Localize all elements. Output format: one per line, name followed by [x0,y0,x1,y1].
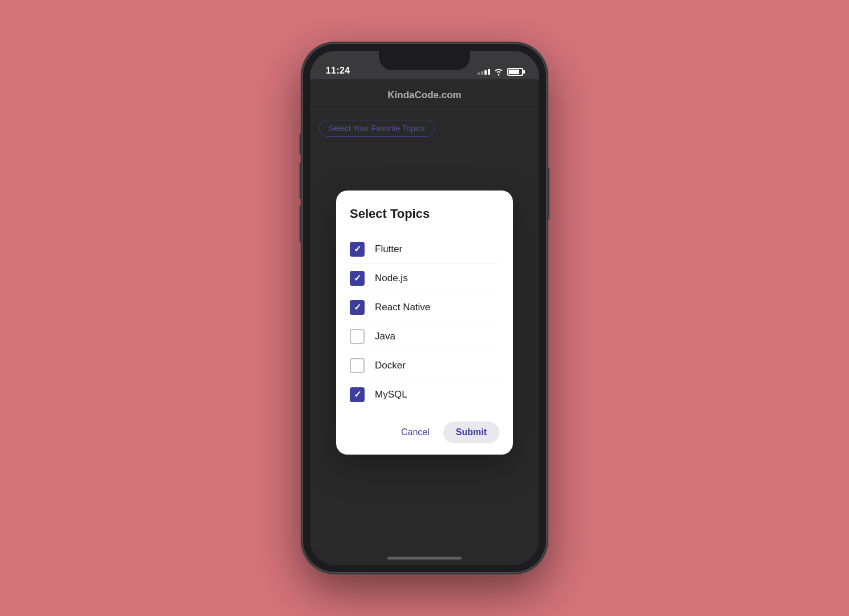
list-item[interactable]: ✓ React Native [350,293,499,322]
check-icon: ✓ [354,274,361,283]
checkbox-nodejs[interactable]: ✓ [350,271,365,286]
checkbox-java[interactable] [350,329,365,344]
modal-overlay: Select Topics ✓ Flutter [310,79,539,565]
app-content: KindaCode.com Select Your Favorite Topic… [310,79,539,565]
modal-title: Select Topics [350,206,499,221]
topic-label-docker: Docker [375,360,406,371]
phone-device: 11:24 KindaCode.com [302,43,547,573]
list-item[interactable]: ✓ Node.js [350,264,499,293]
topic-label-mysql: MySQL [375,389,407,400]
list-item[interactable]: Docker [350,351,499,380]
wifi-icon [494,68,504,76]
list-item[interactable]: ✓ MySQL [350,380,499,409]
volume-up-button [300,163,302,199]
notch [379,51,470,70]
checkbox-react-native[interactable]: ✓ [350,300,365,315]
topic-label-react-native: React Native [375,302,430,313]
power-button [547,168,549,220]
checkbox-docker[interactable] [350,358,365,373]
battery-fill [509,70,519,74]
status-icons [478,68,523,76]
list-item[interactable]: Java [350,322,499,351]
modal-card: Select Topics ✓ Flutter [336,191,513,455]
mute-button [300,134,302,155]
status-time: 11:24 [326,66,350,76]
phone-screen: 11:24 KindaCode.com [310,51,539,565]
cancel-button[interactable]: Cancel [394,423,436,442]
volume-down-button [300,205,302,242]
checkbox-flutter[interactable]: ✓ [350,242,365,257]
submit-button[interactable]: Submit [443,422,499,443]
modal-actions: Cancel Submit [350,422,499,443]
topic-label-flutter: Flutter [375,244,402,255]
topic-label-nodejs: Node.js [375,273,408,284]
phone-shell: 11:24 KindaCode.com [302,43,547,573]
list-item[interactable]: ✓ Flutter [350,235,499,264]
checkbox-list: ✓ Flutter ✓ Node.js [350,235,499,409]
check-icon: ✓ [354,245,361,254]
check-icon: ✓ [354,390,361,399]
signal-icon [478,69,490,75]
topic-label-java: Java [375,331,395,342]
battery-icon [507,68,523,76]
check-icon: ✓ [354,303,361,312]
checkbox-mysql[interactable]: ✓ [350,387,365,402]
